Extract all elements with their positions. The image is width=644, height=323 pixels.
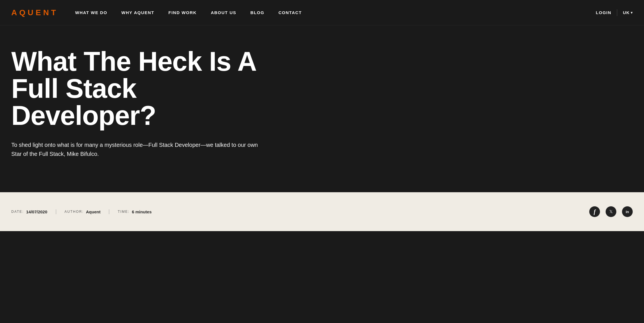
social-share-icons: [589, 206, 633, 217]
article-title: What The Heck Is A Full Stack Developer?: [11, 48, 265, 129]
nav-link-about-us[interactable]: ABOUT US: [211, 10, 236, 15]
nav-link-what-we-do[interactable]: WHAT WE DO: [75, 10, 107, 15]
nav-divider: [617, 9, 617, 16]
nav-links: WHAT WE DO WHY AQUENT FIND WORK ABOUT US…: [75, 10, 596, 15]
navbar: AQUENT WHAT WE DO WHY AQUENT FIND WORK A…: [0, 0, 644, 25]
twitter-share-button[interactable]: [606, 206, 616, 217]
meta-date: DATE: 14/07/2020: [11, 209, 56, 214]
article-meta-section: DATE: 14/07/2020 AUTHOR: Aquent TIME: 6 …: [0, 192, 644, 231]
nav-link-contact[interactable]: CONTACT: [279, 10, 302, 15]
meta-author: AUTHOR: Aquent: [56, 209, 109, 214]
nav-right: LOGIN UK: [596, 9, 633, 16]
author-label: AUTHOR:: [65, 210, 84, 214]
nav-link-blog[interactable]: BLOG: [250, 10, 264, 15]
nav-region-selector[interactable]: UK: [623, 10, 633, 15]
article-subtitle: To shed light onto what is for many a my…: [11, 140, 265, 158]
meta-time: TIME: 6 minutes: [109, 209, 160, 214]
nav-link-why-aquent[interactable]: WHY AQUENT: [121, 10, 154, 15]
time-value: 6 minutes: [132, 209, 152, 214]
hero-content: What The Heck Is A Full Stack Developer?…: [0, 25, 395, 192]
brand-logo[interactable]: AQUENT: [11, 8, 58, 17]
hero-section: What The Heck Is A Full Stack Developer?…: [0, 25, 644, 192]
author-value: Aquent: [86, 209, 101, 214]
nav-login[interactable]: LOGIN: [596, 10, 611, 15]
date-value: 14/07/2020: [26, 209, 47, 214]
date-label: DATE:: [11, 210, 24, 214]
linkedin-share-button[interactable]: [622, 206, 633, 217]
time-label: TIME:: [118, 210, 130, 214]
meta-info: DATE: 14/07/2020 AUTHOR: Aquent TIME: 6 …: [11, 209, 160, 214]
nav-link-find-work[interactable]: FIND WORK: [168, 10, 197, 15]
facebook-share-button[interactable]: [589, 206, 600, 217]
